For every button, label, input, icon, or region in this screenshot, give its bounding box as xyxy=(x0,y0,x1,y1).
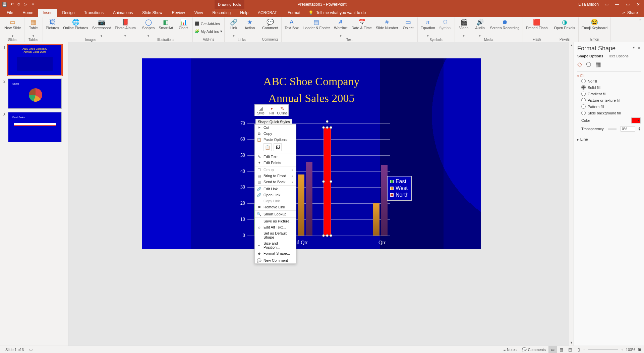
reading-view-icon[interactable]: ▤ xyxy=(566,346,575,353)
tab-transitions[interactable]: Transitions xyxy=(79,9,108,17)
radio-solid-fill[interactable]: Solid fill xyxy=(577,84,641,91)
radio-no-fill[interactable]: No fill xyxy=(577,78,641,84)
new-slide-button[interactable]: ▭New Slide▾ xyxy=(3,17,22,38)
fit-to-window-icon[interactable]: ▣ xyxy=(638,347,641,352)
undo-icon[interactable]: ↶ xyxy=(10,2,14,7)
comment-button[interactable]: 💬Comment xyxy=(261,17,279,34)
tell-me-placeholder[interactable]: Tell me what you want to do xyxy=(316,10,366,15)
get-addins-button[interactable]: ⬛Get Add-ins xyxy=(195,21,220,27)
comments-button[interactable]: 💬Comments xyxy=(519,347,548,352)
equation-button[interactable]: πEquation▾ xyxy=(420,17,436,38)
ctx-edit-points[interactable]: ✦Edit Points xyxy=(255,160,296,166)
start-from-beginning-icon[interactable]: ▷ xyxy=(24,2,27,7)
ribbon-display-options-icon[interactable]: ▭ xyxy=(605,2,608,7)
symbol-button[interactable]: ΩSymbol xyxy=(438,17,453,34)
table-button[interactable]: ▦Table▾ xyxy=(26,17,41,38)
slide-thumbnail-3[interactable]: East Sales xyxy=(8,112,62,142)
slide-sorter-icon[interactable]: ▦ xyxy=(557,346,566,353)
slide-canvas[interactable]: ABC Shoe Company Annual Sales 2005 0 10 … xyxy=(142,58,481,249)
ctx-smart-lookup[interactable]: 🔍Smart Lookup xyxy=(255,211,296,217)
slide-thumbnails-panel[interactable]: 1 ABC Shoe Company Annual Sales 2005 2 S… xyxy=(0,42,68,346)
tab-home[interactable]: Home xyxy=(18,9,38,17)
user-name[interactable]: Lisa Mildon xyxy=(578,2,599,7)
tab-help[interactable]: Help xyxy=(235,9,253,17)
redo-icon[interactable]: ↻ xyxy=(17,2,20,7)
slideshow-view-icon[interactable]: ▯ xyxy=(575,346,583,353)
ctx-edit-text[interactable]: ✎Edit Text xyxy=(255,154,296,160)
pane-close-icon[interactable]: ✕ xyxy=(638,46,641,50)
ctx-size-position[interactable]: ↔Size and Position... xyxy=(255,240,296,250)
vertical-scrollbar[interactable]: ▲▼ xyxy=(569,42,574,346)
ctx-new-comment[interactable]: 💬New Comment xyxy=(255,257,296,263)
ctx-cut[interactable]: ✂Cut xyxy=(255,124,296,131)
tab-recording[interactable]: Recording xyxy=(208,9,236,17)
transparency-value[interactable]: 0% xyxy=(621,126,635,132)
mini-outline-button[interactable]: ✎Outline xyxy=(277,105,288,115)
paste-keep-source-icon[interactable]: 📋 xyxy=(264,143,272,151)
close-button[interactable]: ✕ xyxy=(636,2,641,7)
tab-format[interactable]: Format xyxy=(283,9,305,17)
zoom-in-icon[interactable]: + xyxy=(621,348,623,352)
slide-number-button[interactable]: #Slide Number xyxy=(375,17,399,34)
screenshot-button[interactable]: 📷Screenshot▾ xyxy=(91,17,112,38)
video-button[interactable]: 🎬Video▾ xyxy=(457,17,471,38)
online-pictures-button[interactable]: 🌐Online Pictures xyxy=(62,17,89,34)
section-line-toggle[interactable]: ▸Line xyxy=(577,137,641,141)
chart-button[interactable]: 📊Chart xyxy=(176,17,190,34)
section-fill-toggle[interactable]: ▾Fill xyxy=(577,74,641,78)
pane-tab-text-options[interactable]: Text Options xyxy=(608,54,629,58)
collapse-ribbon-icon[interactable]: ⌃ xyxy=(637,17,643,24)
pictures-button[interactable]: 🖼Pictures xyxy=(45,17,60,34)
ctx-copy[interactable]: ⧉Copy xyxy=(255,131,296,137)
action-button[interactable]: ★Action xyxy=(243,17,257,34)
mini-fill-button[interactable]: ▾Fill xyxy=(266,105,277,115)
emoji-keyboard-button[interactable]: 😂Emoji Keyboard xyxy=(581,17,609,34)
my-addins-button[interactable]: 🧩My Add-ins ▾ xyxy=(195,29,222,34)
zoom-value[interactable]: 103% xyxy=(626,348,635,352)
date-time-button[interactable]: 📅Date & Time xyxy=(350,17,373,34)
tab-review[interactable]: Review xyxy=(167,9,189,17)
audio-button[interactable]: 🔊Audio▾ xyxy=(473,17,487,38)
wordart-button[interactable]: AWordArt▾ xyxy=(333,17,348,38)
ctx-bring-front[interactable]: ▤Bring to Front▸ xyxy=(255,173,296,179)
radio-pattern-fill[interactable]: Pattern fill xyxy=(577,103,641,110)
tab-insert[interactable]: Insert xyxy=(38,9,57,17)
text-box-button[interactable]: AText Box xyxy=(284,17,300,34)
fill-line-icon[interactable]: ◇ xyxy=(577,61,582,68)
radio-picture-fill[interactable]: Picture or texture fill xyxy=(577,97,641,103)
share-button[interactable]: ↗ Share xyxy=(622,9,638,17)
shapes-button[interactable]: ◯Shapes▾ xyxy=(141,17,156,38)
tab-design[interactable]: Design xyxy=(57,9,79,17)
paste-picture-icon[interactable]: 🖼 xyxy=(274,143,282,151)
tab-file[interactable]: File xyxy=(2,9,18,17)
notes-button[interactable]: ≡Notes xyxy=(501,348,519,352)
tab-view[interactable]: View xyxy=(190,9,208,17)
slide-thumbnail-2[interactable]: Sales xyxy=(8,79,62,109)
ctx-format-shape[interactable]: ◆Format Shape... xyxy=(255,250,296,256)
radio-slide-bg-fill[interactable]: Slide background fill xyxy=(577,110,641,116)
ctx-set-default-shape[interactable]: Set as Default Shape xyxy=(255,230,296,240)
object-button[interactable]: ▭Object xyxy=(401,17,415,34)
color-picker-button[interactable]: ▾ xyxy=(631,117,641,123)
ctx-edit-alt-text[interactable]: ☼Edit Alt Text... xyxy=(255,224,296,230)
qat-customize-icon[interactable]: ▼ xyxy=(32,3,35,6)
ctx-open-link[interactable]: 🔗Open Link xyxy=(255,192,296,198)
accessibility-icon[interactable]: ▭ xyxy=(26,347,35,352)
tab-animations[interactable]: Animations xyxy=(108,9,137,17)
ctx-send-back[interactable]: ▥Send to Back▸ xyxy=(255,179,296,185)
ctx-edit-link[interactable]: 🔗Edit Link xyxy=(255,186,296,192)
ctx-save-as-picture[interactable]: Save as Picture... xyxy=(255,218,296,224)
size-properties-icon[interactable]: ▦ xyxy=(595,61,601,68)
header-footer-button[interactable]: ▤Header & Footer xyxy=(302,17,331,34)
photo-album-button[interactable]: 📕Photo Album▾ xyxy=(114,17,137,38)
pane-dropdown-icon[interactable]: ▼ xyxy=(632,46,635,49)
transparency-slider[interactable] xyxy=(608,129,617,130)
pane-tab-shape-options[interactable]: Shape Options xyxy=(577,54,603,58)
screen-recording-button[interactable]: ⏺Screen Recording xyxy=(489,17,521,34)
link-button[interactable]: 🔗Link▾ xyxy=(227,17,241,38)
normal-view-icon[interactable]: ▭ xyxy=(548,346,557,353)
mini-style-button[interactable]: ◢Style xyxy=(255,105,266,115)
open-pexels-button[interactable]: ◑Open Pexels xyxy=(553,17,576,34)
zoom-slider[interactable] xyxy=(588,349,618,350)
effects-icon[interactable]: ⬠ xyxy=(586,61,591,68)
